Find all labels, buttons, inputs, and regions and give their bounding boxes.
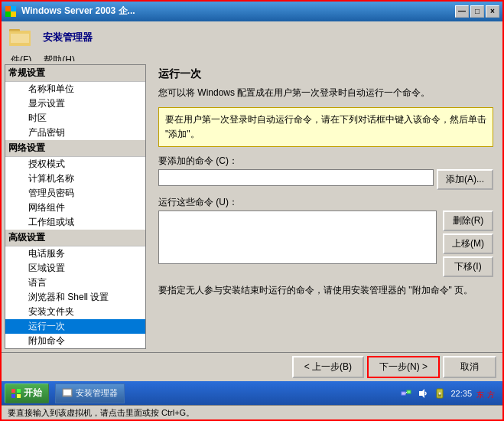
nav-item-network-components[interactable]: 网络组件 — [5, 201, 145, 215]
taskbar: 开始 安装管理器 — [2, 381, 502, 405]
svg-rect-14 — [402, 392, 405, 395]
window-title: Windows Server 2003 企... — [21, 5, 455, 18]
folder-icon — [8, 24, 32, 49]
nav-item-computer-name[interactable]: 计算机名称 — [5, 171, 145, 186]
back-button[interactable]: < 上一步(B) — [292, 356, 364, 378]
next-button[interactable]: 下一步(N) > — [367, 356, 440, 378]
network-icon — [400, 387, 412, 400]
toolbar-area: 安装管理器 件(F) 帮助(H) — [2, 21, 502, 61]
nav-item-region[interactable]: 区域设置 — [5, 261, 145, 276]
app-icon — [5, 5, 17, 18]
svg-point-20 — [439, 392, 441, 394]
extra-icon: 东 方 — [476, 387, 499, 400]
svg-text:方: 方 — [487, 390, 495, 399]
section-description: 您可以将 Windows 配置成在用户第一次登录时自动运行一个命令。 — [158, 86, 493, 100]
nav-item-workgroup-domain[interactable]: 工作组或域 — [5, 215, 145, 230]
security-icon — [434, 387, 446, 400]
app-title: 安装管理器 — [38, 29, 97, 44]
nav-item-phone-service[interactable]: 电话服务 — [5, 246, 145, 261]
maximize-button[interactable]: □ — [470, 5, 484, 18]
run-commands-label: 运行这些命令 (U)： — [158, 196, 493, 209]
start-button[interactable]: 开始 — [5, 383, 49, 403]
taskbar-items: 安装管理器 — [55, 383, 400, 403]
svg-rect-11 — [17, 394, 21, 398]
app-header: 安装管理器 — [2, 21, 502, 52]
svg-rect-15 — [407, 390, 411, 393]
svg-rect-1 — [11, 6, 16, 11]
svg-rect-8 — [11, 389, 15, 393]
main-content: 常规设置 名称和单位 显示设置 时区 产品密钥 网络设置 授权模式 计算机名称 … — [2, 61, 502, 352]
nav-item-name-unit[interactable]: 名称和单位 — [5, 82, 145, 96]
clock: 22:35 — [450, 389, 472, 398]
svg-rect-7 — [11, 34, 29, 43]
command-label: 要添加的命令 (C)： — [158, 155, 493, 168]
window-controls: — □ × — [455, 5, 499, 18]
run-commands-row: 删除(R) 上移(M) 下移(I) — [158, 210, 493, 277]
bottom-button-bar: < 上一步(B) 下一步(N) > 取消 — [2, 352, 502, 381]
svg-rect-10 — [11, 394, 15, 398]
nav-item-auth-mode[interactable]: 授权模式 — [5, 157, 145, 171]
move-down-button[interactable]: 下移(I) — [443, 256, 493, 277]
svg-rect-9 — [17, 389, 21, 393]
minimize-button[interactable]: — — [455, 5, 469, 18]
outer-window: Windows Server 2003 企... — □ × 安装管理器 — [0, 0, 504, 421]
svg-rect-3 — [11, 11, 16, 17]
taskbar-app-icon — [62, 388, 73, 399]
status-text: 要直接输入到该虚拟机，请点击里面或按 Ctrl+G。 — [8, 407, 194, 419]
start-label: 开始 — [24, 387, 42, 400]
taskbar-item-setup-manager[interactable]: 安装管理器 — [55, 383, 125, 403]
svg-text:东: 东 — [476, 390, 484, 399]
tree-section-advanced: 高级设置 — [5, 230, 145, 246]
instruction-box: 要在用户第一次登录时自动运行命令，请在下列对话框中键入该命令，然后单击 "添加"… — [158, 107, 493, 147]
nav-item-language[interactable]: 语言 — [5, 276, 145, 290]
title-bar: Windows Server 2003 企... — □ × — [2, 2, 502, 21]
command-input-row: 添加(A)... — [158, 169, 493, 190]
nav-item-timezone[interactable]: 时区 — [5, 111, 145, 126]
bottom-note: 要指定无人参与安装结束时运行的命令，请使用安装管理器的 "附加命令" 页。 — [158, 283, 493, 297]
svg-rect-13 — [63, 390, 71, 395]
delete-button[interactable]: 删除(R) — [443, 210, 493, 231]
nav-item-run-once[interactable]: 运行一次 — [5, 319, 145, 334]
add-button[interactable]: 添加(A)... — [437, 169, 493, 190]
taskbar-item-label: 安装管理器 — [76, 387, 118, 399]
windows-logo-icon — [11, 389, 21, 398]
taskbar-right: 22:35 东 方 — [400, 387, 499, 400]
instruction-text: 要在用户第一次登录时自动运行命令，请在下列对话框中键入该命令，然后单击 "添加"… — [165, 114, 486, 139]
svg-rect-0 — [5, 6, 11, 11]
nav-item-admin-password[interactable]: 管理员密码 — [5, 186, 145, 201]
nav-item-browser-shell[interactable]: 浏览器和 Shell 设置 — [5, 290, 145, 305]
command-input[interactable] — [158, 169, 434, 186]
tree-section-general: 常规设置 — [5, 65, 145, 82]
close-button[interactable]: × — [486, 5, 499, 18]
cancel-button[interactable]: 取消 — [443, 356, 496, 378]
run-commands-textarea[interactable] — [158, 210, 437, 264]
nav-item-install-folder[interactable]: 安装文件夹 — [5, 305, 145, 319]
tree-section-network: 网络设置 — [5, 140, 145, 157]
section-title: 运行一次 — [158, 67, 493, 81]
nav-item-additional-commands[interactable]: 附加命令 — [5, 334, 145, 348]
nav-item-display[interactable]: 显示设置 — [5, 96, 145, 111]
command-action-buttons: 删除(R) 上移(M) 下移(I) — [440, 210, 493, 277]
tree-nav: 常规设置 名称和单位 显示设置 时区 产品密钥 网络设置 授权模式 计算机名称 … — [5, 65, 145, 348]
nav-item-product-key[interactable]: 产品密钥 — [5, 126, 145, 140]
status-bar: 要直接输入到该虚拟机，请点击里面或按 Ctrl+G。 — [2, 405, 502, 419]
move-up-button[interactable]: 上移(M) — [443, 233, 493, 254]
svg-rect-2 — [5, 11, 11, 17]
svg-marker-17 — [419, 389, 424, 398]
inner-window: 安装管理器 件(F) 帮助(H) 常规设置 名称和单位 显示设置 时区 产品密钥 — [2, 21, 502, 381]
speaker-icon — [417, 387, 429, 400]
left-nav-panel: 常规设置 名称和单位 显示设置 时区 产品密钥 网络设置 授权模式 计算机名称 … — [5, 64, 146, 349]
right-content-panel: 运行一次 您可以将 Windows 配置成在用户第一次登录时自动运行一个命令。 … — [149, 61, 502, 352]
